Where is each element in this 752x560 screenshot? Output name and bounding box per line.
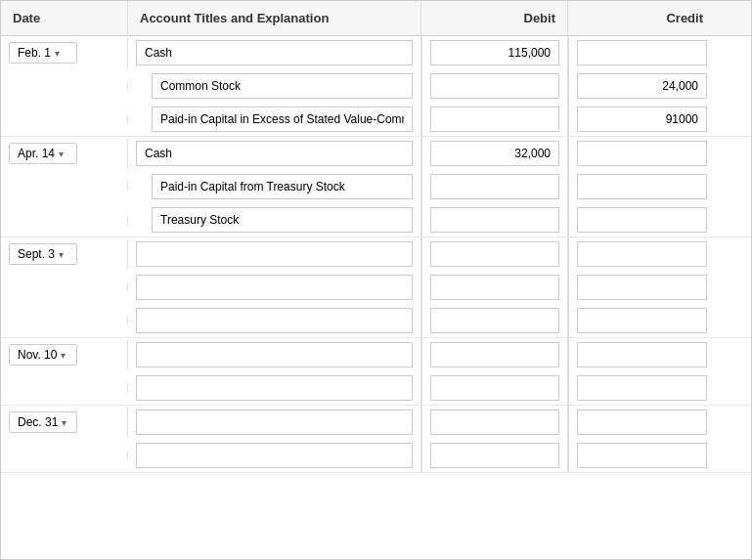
date-cell-empty <box>1 384 128 392</box>
credit-input-feb1-paidincapital[interactable] <box>577 107 707 132</box>
credit-input-sept3-3[interactable] <box>577 308 707 333</box>
account-input-feb1-commonstock[interactable] <box>152 73 413 99</box>
debit-cell <box>421 304 568 337</box>
account-cell <box>128 371 421 405</box>
account-input-feb1-cash[interactable] <box>136 40 413 65</box>
credit-input-apr14-cash[interactable] <box>577 141 707 166</box>
account-input-apr14-treasurystock[interactable] <box>152 207 413 233</box>
debit-input-apr14-paidincapitaltreasury[interactable] <box>430 174 559 199</box>
account-cell <box>128 237 421 271</box>
account-cell <box>128 137 421 170</box>
credit-input-apr14-treasurystock[interactable] <box>577 207 707 233</box>
debit-cell <box>421 439 568 472</box>
debit-input-nov10-1[interactable] <box>430 342 559 367</box>
chevron-down-icon: ▾ <box>62 417 66 428</box>
credit-input-apr14-paidincapitaltreasury[interactable] <box>577 174 707 199</box>
credit-cell <box>568 69 715 103</box>
credit-cell <box>568 439 715 472</box>
debit-input-dec31-2[interactable] <box>430 443 559 468</box>
debit-input-feb1-paidincapital[interactable] <box>430 107 559 132</box>
account-input-sept3-3[interactable] <box>136 308 413 333</box>
account-input-sept3-2[interactable] <box>136 275 413 300</box>
date-dropdown-feb1[interactable]: Feb. 1 ▾ <box>9 42 77 64</box>
table-row <box>1 170 751 203</box>
account-input-nov10-2[interactable] <box>136 375 413 401</box>
header-debit: Debit <box>421 1 568 35</box>
account-input-dec31-1[interactable] <box>136 409 413 435</box>
debit-input-feb1-cash[interactable] <box>430 40 559 65</box>
debit-cell <box>421 237 568 271</box>
date-cell-empty <box>1 283 128 291</box>
chevron-down-icon: ▾ <box>59 149 64 159</box>
account-cell <box>128 69 421 103</box>
account-input-feb1-paidincapital[interactable] <box>152 107 413 132</box>
credit-cell <box>568 203 715 237</box>
account-cell <box>128 103 421 136</box>
debit-input-sept3-1[interactable] <box>430 241 559 267</box>
header-date: Date <box>1 1 128 35</box>
debit-cell <box>421 406 568 439</box>
credit-cell <box>568 406 715 439</box>
account-cell <box>128 203 421 237</box>
date-dropdown-dec31[interactable]: Dec. 31 ▾ <box>9 411 77 433</box>
account-input-apr14-cash[interactable] <box>136 141 413 166</box>
debit-cell <box>421 69 568 103</box>
debit-input-apr14-treasurystock[interactable] <box>430 207 559 233</box>
table-row: Sept. 3 ▾ <box>1 237 751 271</box>
credit-input-feb1-cash[interactable] <box>577 40 707 65</box>
entry-group-apr14: Apr. 14 ▾ <box>1 137 751 237</box>
account-input-apr14-paidincapitaltreasury[interactable] <box>152 174 413 199</box>
table-header: Date Account Titles and Explanation Debi… <box>1 1 751 36</box>
account-input-sept3-1[interactable] <box>136 241 413 267</box>
credit-input-nov10-1[interactable] <box>577 342 707 367</box>
debit-cell <box>421 36 568 69</box>
debit-cell <box>421 103 568 136</box>
date-label-apr14: Apr. 14 <box>18 147 55 160</box>
account-input-nov10-1[interactable] <box>136 342 413 367</box>
credit-input-sept3-1[interactable] <box>577 241 707 267</box>
credit-input-feb1-commonstock[interactable] <box>577 73 707 99</box>
date-label-sept3: Sept. 3 <box>18 247 55 261</box>
chevron-down-icon: ▾ <box>55 48 60 59</box>
credit-cell <box>568 170 715 203</box>
chevron-down-icon: ▾ <box>59 249 64 260</box>
table-row <box>1 304 751 337</box>
table-row <box>1 69 751 103</box>
credit-cell <box>568 36 715 69</box>
credit-cell <box>568 338 715 371</box>
date-cell-nov10: Nov. 10 ▾ <box>1 340 128 369</box>
date-cell-empty <box>1 452 128 459</box>
account-input-dec31-2[interactable] <box>136 443 413 468</box>
debit-input-apr14-cash[interactable] <box>430 141 559 166</box>
date-dropdown-nov10[interactable]: Nov. 10 ▾ <box>9 344 77 366</box>
debit-input-sept3-3[interactable] <box>430 308 559 333</box>
entry-group-sept3: Sept. 3 ▾ <box>1 237 751 338</box>
date-cell-empty <box>1 317 128 324</box>
table-row: Apr. 14 ▾ <box>1 137 751 170</box>
credit-cell <box>568 304 715 337</box>
date-dropdown-apr14[interactable]: Apr. 14 ▾ <box>9 143 77 164</box>
debit-cell <box>421 338 568 371</box>
debit-input-sept3-2[interactable] <box>430 275 559 300</box>
debit-input-dec31-1[interactable] <box>430 409 559 435</box>
credit-input-sept3-2[interactable] <box>577 275 707 300</box>
date-dropdown-sept3[interactable]: Sept. 3 ▾ <box>9 243 77 265</box>
credit-input-nov10-2[interactable] <box>577 375 707 401</box>
header-credit: Credit <box>568 1 715 35</box>
table-row <box>1 371 751 405</box>
credit-cell <box>568 137 715 170</box>
table-row: Dec. 31 ▾ <box>1 406 751 439</box>
debit-input-nov10-2[interactable] <box>430 375 559 401</box>
table-row <box>1 439 751 472</box>
account-cell <box>128 170 421 203</box>
table-body: Feb. 1 ▾ <box>1 36 751 473</box>
account-cell <box>128 271 421 304</box>
chevron-down-icon: ▾ <box>61 350 66 361</box>
credit-input-dec31-2[interactable] <box>577 443 707 468</box>
debit-input-feb1-commonstock[interactable] <box>430 73 559 99</box>
credit-input-dec31-1[interactable] <box>577 409 707 435</box>
header-account: Account Titles and Explanation <box>128 1 421 35</box>
table-row: Nov. 10 ▾ <box>1 338 751 371</box>
account-cell <box>128 304 421 337</box>
entry-group-dec31: Dec. 31 ▾ <box>1 406 751 473</box>
